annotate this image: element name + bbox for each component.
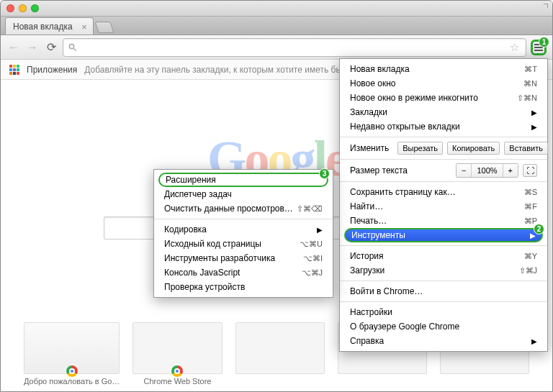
submenu-devtools[interactable]: Инструменты разработчика⌥⌘I xyxy=(154,251,333,265)
chevron-right-icon: ▶ xyxy=(531,109,537,117)
thumb-label: Добро пожаловать в Go… xyxy=(24,377,120,386)
zoom-value: 100% xyxy=(472,164,503,177)
fullscreen-button[interactable]: ⛶ xyxy=(523,164,537,177)
menu-separator xyxy=(340,181,547,182)
callout-badge-2: 2 xyxy=(534,224,544,234)
menu-separator xyxy=(340,159,547,160)
menu-separator xyxy=(154,219,333,219)
submenu-source[interactable]: Исходный код страницы⌥⌘U xyxy=(154,237,333,251)
menu-help[interactable]: Справка▶ xyxy=(340,334,547,348)
zoom-control: − 100% + xyxy=(456,163,518,178)
tools-submenu: Расширения 3 Диспетчер задач Очистить да… xyxy=(153,169,333,298)
menu-separator xyxy=(340,245,547,246)
chrome-icon xyxy=(171,365,184,378)
tab-title: Новая вкладка xyxy=(13,22,73,32)
chrome-icon xyxy=(66,365,78,378)
reload-button[interactable]: ⟳ xyxy=(44,40,58,55)
chevron-right-icon: ▶ xyxy=(531,123,537,131)
menu-signin[interactable]: Войти в Chrome… xyxy=(340,284,547,298)
thumb-label: Chrome Web Store xyxy=(143,377,211,386)
forward-button[interactable]: → xyxy=(25,40,40,55)
paste-button[interactable]: Вставить xyxy=(504,142,548,155)
callout-badge-1: 1 xyxy=(539,37,549,47)
search-icon xyxy=(68,42,78,53)
address-bar[interactable]: ☆ xyxy=(63,38,526,57)
zoom-out-button[interactable]: − xyxy=(457,164,472,177)
apps-icon[interactable] xyxy=(9,65,19,75)
browser-window: Новая вкладка × ← → ⟳ ☆ 1 Приложения Доб… xyxy=(0,0,553,392)
close-window-button[interactable] xyxy=(6,4,14,12)
menu-history[interactable]: История⌘Y xyxy=(340,249,547,263)
thumb-webstore[interactable]: Chrome Web Store xyxy=(132,322,222,386)
submenu-jsconsole[interactable]: Консоль JavaScript⌥⌘J xyxy=(154,265,333,280)
copy-button[interactable]: Копировать xyxy=(447,142,500,155)
submenu-task-manager[interactable]: Диспетчер задач xyxy=(154,187,333,201)
tabstrip: Новая вкладка × xyxy=(1,17,552,35)
menu-print[interactable]: Печать…⌘P xyxy=(340,214,547,228)
menu-separator xyxy=(340,281,547,281)
titlebar xyxy=(1,1,552,17)
menu-zoom-row: Размер текста − 100% + ⛶ xyxy=(340,163,547,178)
tab-new-tab[interactable]: Новая вкладка × xyxy=(5,17,94,35)
bookmark-star-icon[interactable]: ☆ xyxy=(510,41,521,54)
menu-downloads[interactable]: Загрузки⇧⌘J xyxy=(340,263,547,278)
thumb-empty[interactable] xyxy=(235,322,325,386)
callout-badge-3: 3 xyxy=(319,168,330,179)
main-menu-button[interactable]: 1 xyxy=(531,40,547,55)
fullscreen-icon[interactable] xyxy=(539,4,548,12)
menu-about[interactable]: О браузере Google Chrome xyxy=(340,319,547,334)
submenu-inspect-devices[interactable]: Проверка устройств xyxy=(154,280,333,294)
submenu-clear-data[interactable]: Очистить данные просмотров…⇧⌘⌫ xyxy=(154,201,333,216)
chevron-right-icon: ▶ xyxy=(531,337,537,345)
back-button[interactable]: ← xyxy=(6,40,21,55)
cut-button[interactable]: Вырезать xyxy=(397,142,443,155)
menu-separator xyxy=(340,301,547,302)
new-tab-button[interactable] xyxy=(94,22,114,33)
chevron-right-icon: ▶ xyxy=(317,226,323,234)
menu-edit-row: Изменить Вырезать Копировать Вставить xyxy=(340,140,547,156)
zoom-window-button[interactable] xyxy=(31,4,39,12)
menu-recent-tabs[interactable]: Недавно открытые вкладки▶ xyxy=(340,119,547,134)
menu-new-tab[interactable]: Новая вкладка⌘T xyxy=(340,62,547,76)
zoom-in-button[interactable]: + xyxy=(503,164,518,177)
menu-separator xyxy=(340,137,547,137)
menu-incognito[interactable]: Новое окно в режиме инкогнито⇧⌘N xyxy=(340,91,547,105)
menu-settings[interactable]: Настройки xyxy=(340,305,547,319)
menu-find[interactable]: Найти…⌘F xyxy=(340,199,547,214)
thumb-welcome[interactable]: Добро пожаловать в Go… xyxy=(24,322,120,386)
apps-label[interactable]: Приложения xyxy=(27,65,77,75)
menu-new-window[interactable]: Новое окно⌘N xyxy=(340,76,547,91)
menu-save-page[interactable]: Сохранить страницу как…⌘S xyxy=(340,185,547,199)
tab-close-button[interactable]: × xyxy=(81,22,87,32)
menu-bookmarks[interactable]: Закладки▶ xyxy=(340,105,547,119)
menu-tools[interactable]: Инструменты▶ 2 xyxy=(344,228,543,242)
submenu-extensions[interactable]: Расширения 3 xyxy=(158,173,328,187)
minimize-window-button[interactable] xyxy=(19,4,27,12)
submenu-encoding[interactable]: Кодировка▶ xyxy=(154,222,333,237)
traffic-lights xyxy=(6,4,39,12)
bookmark-hint: Добавляйте на эту панель закладки, к кот… xyxy=(84,65,382,75)
toolbar: ← → ⟳ ☆ 1 xyxy=(1,35,552,60)
main-menu-dropdown: Новая вкладка⌘T Новое окно⌘N Новое окно … xyxy=(339,58,548,352)
